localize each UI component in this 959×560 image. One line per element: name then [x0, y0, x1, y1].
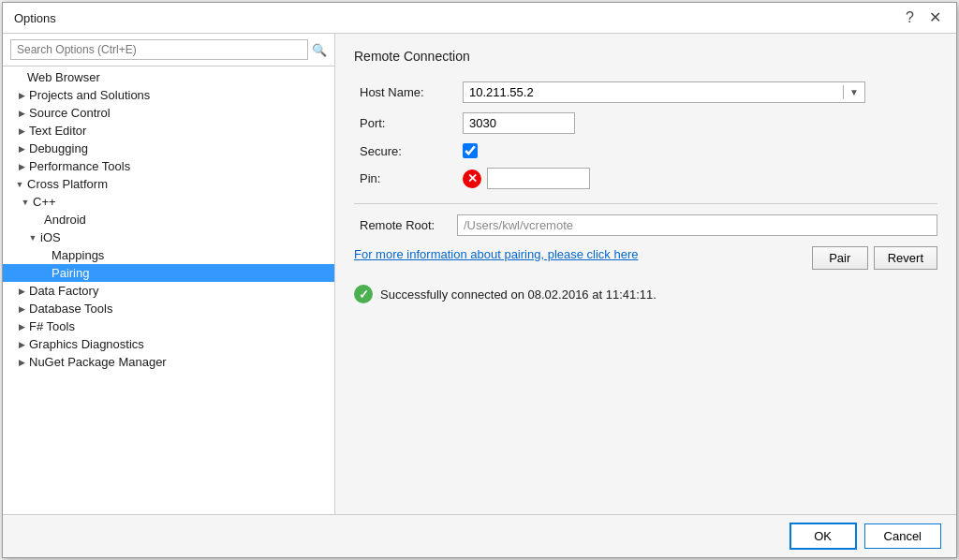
host-dropdown-arrow[interactable]: ▼ [843, 85, 864, 99]
tree-item-label: Pairing [52, 266, 334, 280]
remote-root-input[interactable] [457, 214, 937, 236]
status-text: Successfully connected on 08.02.2016 at … [380, 287, 657, 302]
tree-item-nuget-package-manager[interactable]: ▶NuGet Package Manager [3, 353, 334, 371]
close-button[interactable]: ✕ [925, 10, 945, 25]
tree-item-text-editor[interactable]: ▶Text Editor [3, 122, 334, 140]
secure-cell [457, 139, 937, 163]
secure-row: Secure: [354, 139, 937, 163]
tree-item-label: C++ [33, 195, 334, 209]
tree-item-label: Web Browser [27, 70, 334, 84]
tree-item-label: Performance Tools [29, 159, 334, 173]
form-table: Host Name: ▼ Port: Secure: [354, 77, 937, 194]
tree-item-label: iOS [40, 230, 334, 244]
port-cell [457, 108, 937, 139]
tree-item-label: Cross Platform [27, 177, 334, 191]
tree-arrow: ▶ [14, 126, 29, 136]
tree-arrow: ▶ [14, 322, 29, 332]
title-bar-controls: ? ✕ [902, 10, 945, 25]
tree-arrow: ▼ [18, 198, 33, 207]
tree-item-cpp[interactable]: ▼C++ [3, 193, 334, 211]
tree-item-label: Text Editor [29, 124, 334, 138]
divider [354, 203, 937, 204]
pin-input-row: ✕ [463, 168, 932, 189]
tree-arrow: ▶ [14, 287, 29, 296]
port-row: Port: [354, 108, 937, 139]
tree-item-android[interactable]: Android [3, 211, 334, 228]
right-panel: Remote Connection Host Name: ▼ Port: [335, 34, 956, 514]
dialog-footer: OK Cancel [3, 514, 956, 557]
remote-root-label: Remote Root: [354, 214, 457, 237]
tree-arrow: ▶ [14, 162, 29, 171]
tree-arrow: ▶ [14, 144, 29, 154]
tree-item-performance-tools[interactable]: ▶Performance Tools [3, 157, 334, 175]
tree-arrow: ▶ [14, 358, 29, 367]
host-name-label: Host Name: [354, 77, 457, 108]
dialog-body: 🔍 Web Browser▶Projects and Solutions▶Sou… [3, 34, 956, 514]
pair-button[interactable]: Pair [812, 246, 868, 270]
tree-item-data-factory[interactable]: ▶Data Factory [3, 282, 334, 300]
pair-revert-row: For more information about pairing, plea… [354, 246, 937, 270]
tree-arrow: ▶ [14, 304, 29, 314]
tree-item-database-tools[interactable]: ▶Database Tools [3, 300, 334, 317]
ok-button[interactable]: OK [789, 523, 857, 550]
tree-item-label: Graphics Diagnostics [29, 337, 334, 351]
section-title: Remote Connection [354, 49, 937, 64]
tree-item-graphics-diagnostics[interactable]: ▶Graphics Diagnostics [3, 335, 334, 353]
tree-item-label: Data Factory [29, 284, 334, 298]
tree-item-label: Debugging [29, 141, 334, 155]
tree-item-source-control[interactable]: ▶Source Control [3, 104, 334, 122]
pin-input[interactable] [487, 168, 590, 189]
tree-item-mappings[interactable]: Mappings [3, 246, 334, 264]
host-name-input[interactable] [464, 82, 843, 102]
tree-item-label: Projects and Solutions [29, 88, 334, 102]
pair-buttons: Pair Revert [812, 246, 937, 270]
status-row: ✓ Successfully connected on 08.02.2016 a… [354, 285, 937, 303]
pin-label: Pin: [354, 163, 457, 194]
pin-cell: ✕ [457, 163, 937, 194]
tree-item-debugging[interactable]: ▶Debugging [3, 140, 334, 157]
host-name-field: ▼ [463, 81, 865, 103]
tree-item-label: Mappings [52, 248, 334, 262]
tree-item-pairing[interactable]: Pairing [3, 264, 334, 282]
secure-checkbox-container [463, 143, 932, 158]
port-label: Port: [354, 108, 457, 139]
tree-item-label: Source Control [29, 106, 334, 120]
tree-container: Web Browser▶Projects and Solutions▶Sourc… [3, 66, 334, 514]
secure-checkbox[interactable] [463, 143, 478, 158]
tree-item-web-browser[interactable]: Web Browser [3, 68, 334, 86]
tree-item-label: F# Tools [29, 319, 334, 333]
host-name-cell: ▼ [457, 77, 937, 108]
tree-item-ios[interactable]: ▼iOS [3, 228, 334, 246]
host-name-row: Host Name: ▼ [354, 77, 937, 108]
success-icon: ✓ [354, 285, 373, 303]
dialog-title: Options [14, 11, 56, 25]
remote-root-row: Remote Root: [354, 214, 937, 237]
options-dialog: Options ? ✕ 🔍 Web Browser▶Projects and S… [2, 2, 957, 558]
pairing-info-link[interactable]: For more information about pairing, plea… [354, 246, 812, 263]
search-input[interactable] [10, 39, 308, 60]
tree-arrow: ▼ [12, 180, 27, 189]
tree-item-projects-and-solutions[interactable]: ▶Projects and Solutions [3, 86, 334, 104]
revert-button[interactable]: Revert [874, 246, 937, 270]
tree-arrow: ▶ [14, 91, 29, 100]
cancel-button[interactable]: Cancel [864, 523, 941, 549]
tree-item-cross-platform[interactable]: ▼Cross Platform [3, 175, 334, 193]
tree-arrow: ▶ [14, 109, 29, 118]
left-panel: 🔍 Web Browser▶Projects and Solutions▶Sou… [3, 34, 335, 514]
pin-row: Pin: ✕ [354, 163, 937, 194]
help-button[interactable]: ? [902, 10, 918, 25]
tree-arrow: ▼ [25, 233, 40, 243]
tree-item-label: Database Tools [29, 302, 334, 316]
title-bar: Options ? ✕ [3, 3, 956, 34]
tree-arrow: ▶ [14, 340, 29, 349]
tree-item-fsharp-tools[interactable]: ▶F# Tools [3, 317, 334, 335]
tree-item-label: NuGet Package Manager [29, 355, 334, 369]
pin-error-icon: ✕ [463, 169, 481, 188]
secure-label: Secure: [354, 139, 457, 163]
search-box: 🔍 [3, 34, 334, 66]
tree-item-label: Android [44, 213, 334, 227]
port-input[interactable] [463, 112, 575, 134]
search-icon: 🔍 [312, 43, 327, 57]
